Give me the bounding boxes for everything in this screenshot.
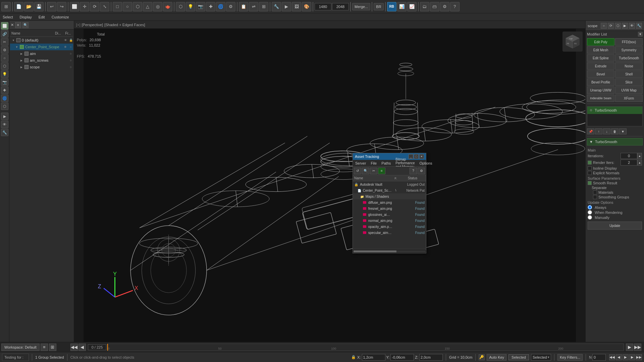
msn-pin-btn[interactable]: 📌 (587, 128, 594, 134)
open-icon[interactable]: 📂 (24, 2, 34, 11)
tl-prev-btn[interactable]: ◀ (78, 344, 86, 351)
tl-config-btn[interactable]: ≡ (41, 344, 48, 351)
material-icon[interactable]: ⬡ (176, 2, 185, 11)
motion-tool[interactable]: ▶ (1, 113, 8, 120)
at-scrollbar[interactable] (353, 249, 426, 253)
named-sel-icon[interactable]: 📋 (239, 2, 248, 11)
selected-dropdown[interactable]: Selected ▼ (531, 354, 551, 361)
lock-icon[interactable]: 🔒 (68, 38, 73, 43)
aim-icon-1[interactable]: ○ (68, 51, 73, 56)
link-tool[interactable]: 🔗 (1, 30, 8, 38)
utilities-tool[interactable]: 🔧 (1, 129, 8, 136)
ts-materials-checkbox[interactable] (593, 190, 597, 194)
rp-icon-hierarchy[interactable]: ⬡ (615, 23, 621, 29)
ts-iter-input[interactable]: 0 (621, 153, 637, 159)
ts-render-input[interactable]: 2 (621, 160, 637, 166)
teapot-icon[interactable]: 🫖 (163, 2, 172, 11)
at-row-vault[interactable]: 🔒 Autodesk Vault Logged Out (353, 181, 426, 187)
se-close[interactable]: ✕ (11, 23, 14, 27)
systems-icon[interactable]: ⚙ (226, 2, 235, 11)
ts-smooth-checkbox[interactable] (588, 181, 592, 185)
at-row-fresnel[interactable]: fresnel_aim.png Found (353, 205, 426, 212)
at-help-btn[interactable]: ? (410, 168, 417, 174)
render-icon[interactable]: ▶ (282, 2, 291, 11)
mod-unwrap-uvw[interactable]: Unwrap UWW (587, 86, 614, 94)
ts-render-checkbox[interactable] (588, 161, 592, 165)
mod-slice[interactable]: Slice (615, 78, 643, 86)
mod-stack-turbosmooth[interactable]: ⚙ TurboSmooth (587, 107, 642, 114)
menu-select[interactable]: Select (1, 14, 14, 20)
msn-down-btn[interactable]: ↓ (603, 128, 610, 134)
light-icon[interactable]: 💡 (186, 2, 195, 11)
freeze-icon[interactable]: ❄ (63, 45, 68, 49)
at-menu-paths[interactable]: Paths (380, 161, 392, 166)
camera-icon[interactable]: 📷 (196, 2, 205, 11)
mod-extrude[interactable]: Extrude (587, 62, 614, 70)
systems-tool[interactable]: ⬡ (1, 103, 8, 110)
ts-explicit-checkbox[interactable] (588, 171, 592, 175)
at-strip-btn[interactable]: ✂ (370, 168, 377, 174)
key-filters-btn[interactable]: Key Filters... (557, 354, 583, 361)
tl-next-key-btn[interactable]: ▶▶ (634, 344, 641, 351)
mod-uvw-map[interactable]: UVW Map (615, 86, 643, 94)
ts-always-radio[interactable] (588, 205, 592, 209)
at-row-scope-file[interactable]: 📄 Center_Point_Scope_vra... \ Network Pa… (353, 187, 426, 193)
mod-shell[interactable]: Shell (615, 70, 643, 78)
new-icon[interactable]: 📄 (14, 2, 23, 11)
at-refresh-btn[interactable]: ↺ (354, 168, 361, 174)
n-input[interactable]: 0 (592, 354, 606, 361)
tl-snap-btn[interactable]: ⊞ (49, 344, 56, 351)
ts-smoothgroups-checkbox[interactable] (593, 195, 597, 199)
mod-bevel-profile[interactable]: Bevel Profile (587, 78, 614, 86)
mod-xform[interactable]: XForm (615, 95, 643, 102)
torus-icon[interactable]: ◎ (153, 2, 162, 11)
tree-item-scope-child[interactable]: ▶ scope ○ (10, 64, 73, 70)
tree-item-am-screws[interactable]: ▶ am_screws ○ (10, 57, 73, 64)
play-btn[interactable]: ▶ (623, 354, 629, 360)
tl-next-btn[interactable]: ▶ (626, 344, 633, 351)
timeline-track[interactable]: 0 50 100 150 200 (107, 344, 624, 351)
graph-icon[interactable]: 📈 (407, 2, 417, 11)
tree-item-scope[interactable]: ▼ Center_Point_Scope ❄ ○ (10, 44, 73, 50)
select-icon[interactable]: ⬜ (70, 2, 79, 11)
mod-noise[interactable]: Noise (615, 62, 643, 70)
helpers-tool[interactable]: ✚ (1, 86, 8, 94)
ts-header[interactable]: ▼ TurboSmooth (587, 138, 643, 145)
undo-icon[interactable]: ↩ (47, 2, 56, 11)
array-icon[interactable]: ⊞ (259, 2, 268, 11)
mod-edit-poly[interactable]: Edit Poly (587, 38, 614, 46)
display-tool[interactable]: 👁 (1, 121, 8, 128)
render-to-texture-icon[interactable]: 🖼 (292, 2, 301, 11)
cylinder-icon[interactable]: ⬡ (133, 2, 142, 11)
helper-icon[interactable]: ✚ (206, 2, 215, 11)
ts-manually-radio[interactable] (588, 215, 592, 220)
ts-update-btn[interactable]: Update (588, 222, 642, 230)
save-icon[interactable]: 💾 (34, 2, 44, 11)
render-setup-icon[interactable]: 🔧 (272, 2, 281, 11)
menu-icon[interactable]: ⊞ (1, 2, 11, 11)
at-row-glossines[interactable]: glossines_aim.png Found (353, 212, 426, 218)
workspace-label[interactable]: Workspace: Default (1, 344, 40, 351)
ts-whenrendering-radio[interactable] (588, 210, 592, 215)
at-resolve-btn[interactable]: 🔍 (362, 168, 369, 174)
redo-icon[interactable]: ↪ (57, 2, 66, 11)
scale-icon[interactable]: ⤡ (100, 2, 109, 11)
rp-icon-motion[interactable]: ▶ (622, 23, 628, 29)
box-icon[interactable]: □ (113, 2, 122, 11)
mod-bendable-seam[interactable]: Inderable Seam (587, 95, 614, 102)
unlink-tool[interactable]: ✂ (1, 38, 8, 46)
ts-render-up[interactable]: ▲ (637, 160, 642, 166)
menu-display[interactable]: Display (18, 14, 33, 20)
cone-icon[interactable]: △ (143, 2, 152, 11)
viewport-canvas[interactable]: X Y Z Total Polys: 20,698 Verts: (74, 29, 585, 342)
tl-prev-key-btn[interactable]: ◀◀ (70, 344, 78, 351)
play-prev-btn[interactable]: ◀◀ (609, 354, 615, 360)
key-icon[interactable]: 🔑 (479, 354, 485, 360)
at-row-opacity[interactable]: opacity_aim.png Found (353, 224, 426, 230)
width-input[interactable]: 1480 (315, 3, 331, 10)
mod-ffd-box[interactable]: FFD(box) (615, 38, 643, 46)
settings-icon[interactable]: ⚙ (440, 2, 449, 11)
rp-icon-modify[interactable]: ⟳ (608, 23, 614, 29)
y-input[interactable]: -0,06cm (390, 354, 414, 361)
at-menu-options[interactable]: Options (419, 161, 433, 166)
